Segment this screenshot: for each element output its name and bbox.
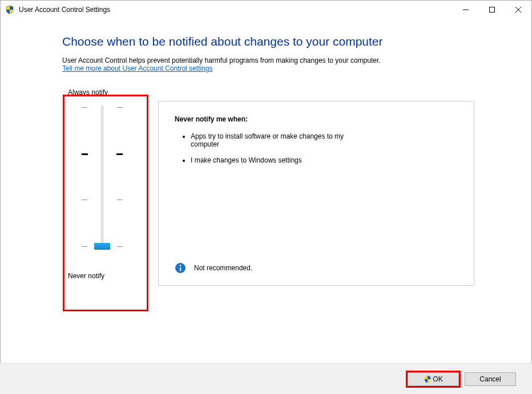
svg-point-6 (180, 265, 182, 266)
close-button[interactable] (505, 1, 531, 19)
cancel-button-label: Cancel (479, 375, 501, 383)
cancel-button[interactable]: Cancel (465, 372, 516, 386)
ok-button[interactable]: OK (408, 372, 459, 386)
window-title: User Account Control Settings (19, 6, 453, 14)
slider-thumb[interactable] (94, 243, 110, 250)
content-area: Choose when to be notified about changes… (1, 19, 531, 293)
description-text: User Account Control helps prevent poten… (62, 56, 474, 64)
notify-bullet-item: Apps try to install software or make cha… (191, 132, 362, 148)
help-link[interactable]: Tell me more about User Account Control … (62, 64, 212, 72)
svg-rect-5 (180, 267, 181, 271)
shield-icon (424, 375, 432, 383)
maximize-button[interactable] (479, 1, 505, 19)
slider-bottom-label: Never notify (62, 272, 142, 280)
notification-description-box: Never notify me when: Apps try to instal… (158, 101, 474, 286)
slider-panel: Always notify Never notify (62, 83, 142, 286)
window-buttons (453, 1, 531, 19)
titlebar: User Account Control Settings (1, 1, 531, 19)
notify-heading: Never notify me when: (175, 115, 458, 123)
page-heading: Choose when to be notified about changes… (62, 35, 474, 48)
uac-slider[interactable] (62, 104, 142, 264)
minimize-button[interactable] (453, 1, 479, 19)
notify-bullet-item: I make changes to Windows settings (191, 156, 362, 164)
shield-icon (5, 5, 14, 14)
info-icon (175, 262, 186, 274)
recommendation-text: Not recommended. (194, 264, 252, 272)
notify-bullets: Apps try to install software or make cha… (175, 132, 458, 172)
footer-bar: OK Cancel (0, 363, 532, 394)
slider-top-label: Always notify (62, 88, 142, 96)
ok-button-label: OK (433, 375, 442, 383)
svg-rect-1 (490, 7, 495, 13)
